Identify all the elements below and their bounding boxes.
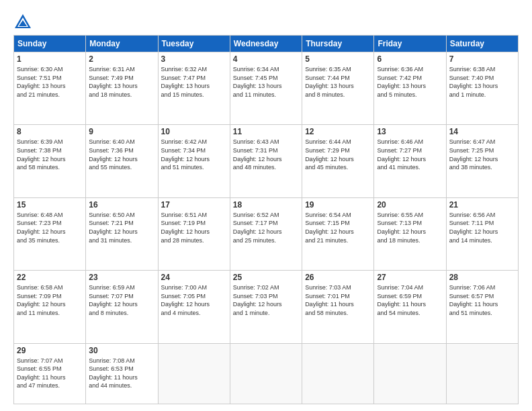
day-info: Sunrise: 7:06 AM Sunset: 6:57 PM Dayligh… bbox=[449, 283, 515, 317]
calendar-cell: 16Sunrise: 6:50 AM Sunset: 7:21 PM Dayli… bbox=[86, 197, 158, 270]
calendar-cell: 5Sunrise: 6:35 AM Sunset: 7:44 PM Daylig… bbox=[302, 52, 374, 125]
calendar-cell: 11Sunrise: 6:43 AM Sunset: 7:31 PM Dayli… bbox=[230, 125, 302, 197]
day-info: Sunrise: 6:43 AM Sunset: 7:31 PM Dayligh… bbox=[233, 138, 299, 171]
calendar-cell bbox=[302, 343, 374, 404]
calendar-body: 1Sunrise: 6:30 AM Sunset: 7:51 PM Daylig… bbox=[14, 52, 519, 404]
calendar-cell: 27Sunrise: 7:04 AM Sunset: 6:59 PM Dayli… bbox=[374, 271, 446, 343]
day-number: 23 bbox=[89, 273, 154, 282]
day-number: 5 bbox=[305, 54, 371, 64]
day-number: 19 bbox=[305, 200, 371, 210]
calendar-cell: 12Sunrise: 6:44 AM Sunset: 7:29 PM Dayli… bbox=[302, 125, 374, 197]
day-info: Sunrise: 6:52 AM Sunset: 7:17 PM Dayligh… bbox=[233, 211, 299, 244]
day-info: Sunrise: 6:35 AM Sunset: 7:44 PM Dayligh… bbox=[305, 65, 371, 99]
calendar-cell: 22Sunrise: 6:58 AM Sunset: 7:09 PM Dayli… bbox=[14, 271, 86, 343]
day-info: Sunrise: 7:08 AM Sunset: 6:53 PM Dayligh… bbox=[89, 357, 154, 390]
day-info: Sunrise: 7:04 AM Sunset: 6:59 PM Dayligh… bbox=[377, 283, 443, 317]
calendar-week-row: 8Sunrise: 6:39 AM Sunset: 7:38 PM Daylig… bbox=[14, 125, 519, 197]
calendar-cell: 18Sunrise: 6:52 AM Sunset: 7:17 PM Dayli… bbox=[230, 197, 302, 270]
calendar-cell bbox=[374, 343, 446, 404]
day-info: Sunrise: 6:55 AM Sunset: 7:13 PM Dayligh… bbox=[377, 211, 443, 244]
day-info: Sunrise: 6:51 AM Sunset: 7:19 PM Dayligh… bbox=[161, 211, 227, 244]
day-info: Sunrise: 6:30 AM Sunset: 7:51 PM Dayligh… bbox=[17, 65, 83, 99]
day-info: Sunrise: 6:59 AM Sunset: 7:07 PM Dayligh… bbox=[89, 283, 154, 317]
day-info: Sunrise: 6:39 AM Sunset: 7:38 PM Dayligh… bbox=[17, 138, 83, 171]
day-number: 1 bbox=[17, 54, 83, 64]
day-number: 14 bbox=[449, 127, 515, 136]
weekday-header: Wednesday bbox=[230, 36, 302, 52]
day-number: 6 bbox=[377, 54, 443, 64]
day-number: 26 bbox=[305, 273, 371, 282]
logo-icon bbox=[13, 12, 32, 31]
day-info: Sunrise: 7:00 AM Sunset: 7:05 PM Dayligh… bbox=[161, 283, 227, 317]
day-number: 12 bbox=[305, 127, 371, 136]
calendar-cell: 29Sunrise: 7:07 AM Sunset: 6:55 PM Dayli… bbox=[14, 343, 86, 404]
weekday-header: Sunday bbox=[14, 36, 86, 52]
header bbox=[13, 12, 519, 31]
calendar-cell: 20Sunrise: 6:55 AM Sunset: 7:13 PM Dayli… bbox=[374, 197, 446, 270]
calendar-cell: 4Sunrise: 6:34 AM Sunset: 7:45 PM Daylig… bbox=[230, 52, 302, 125]
day-number: 2 bbox=[89, 54, 154, 64]
page: SundayMondayTuesdayWednesdayThursdayFrid… bbox=[0, 0, 532, 411]
calendar-cell: 25Sunrise: 7:02 AM Sunset: 7:03 PM Dayli… bbox=[230, 271, 302, 343]
day-info: Sunrise: 6:47 AM Sunset: 7:25 PM Dayligh… bbox=[449, 138, 515, 171]
calendar-cell: 15Sunrise: 6:48 AM Sunset: 7:23 PM Dayli… bbox=[14, 197, 86, 270]
calendar-cell: 23Sunrise: 6:59 AM Sunset: 7:07 PM Dayli… bbox=[86, 271, 158, 343]
calendar-cell: 21Sunrise: 6:56 AM Sunset: 7:11 PM Dayli… bbox=[446, 197, 518, 270]
calendar-week-row: 29Sunrise: 7:07 AM Sunset: 6:55 PM Dayli… bbox=[14, 343, 519, 404]
day-number: 7 bbox=[449, 54, 515, 64]
logo bbox=[13, 12, 35, 31]
day-number: 13 bbox=[377, 127, 443, 136]
calendar-cell: 9Sunrise: 6:40 AM Sunset: 7:36 PM Daylig… bbox=[86, 125, 158, 197]
day-number: 27 bbox=[377, 273, 443, 282]
day-info: Sunrise: 6:32 AM Sunset: 7:47 PM Dayligh… bbox=[161, 65, 227, 99]
day-number: 28 bbox=[449, 273, 515, 282]
day-info: Sunrise: 6:40 AM Sunset: 7:36 PM Dayligh… bbox=[89, 138, 154, 171]
calendar-cell: 26Sunrise: 7:03 AM Sunset: 7:01 PM Dayli… bbox=[302, 271, 374, 343]
day-info: Sunrise: 6:34 AM Sunset: 7:45 PM Dayligh… bbox=[233, 65, 299, 99]
day-number: 11 bbox=[233, 127, 299, 136]
day-number: 9 bbox=[89, 127, 154, 136]
calendar-cell: 8Sunrise: 6:39 AM Sunset: 7:38 PM Daylig… bbox=[14, 125, 86, 197]
day-number: 15 bbox=[17, 200, 83, 210]
calendar-cell: 14Sunrise: 6:47 AM Sunset: 7:25 PM Dayli… bbox=[446, 125, 518, 197]
day-info: Sunrise: 6:38 AM Sunset: 7:40 PM Dayligh… bbox=[449, 65, 515, 99]
calendar-cell: 28Sunrise: 7:06 AM Sunset: 6:57 PM Dayli… bbox=[446, 271, 518, 343]
day-number: 3 bbox=[161, 54, 227, 64]
weekday-row: SundayMondayTuesdayWednesdayThursdayFrid… bbox=[14, 36, 519, 52]
calendar-cell: 13Sunrise: 6:46 AM Sunset: 7:27 PM Dayli… bbox=[374, 125, 446, 197]
weekday-header: Tuesday bbox=[158, 36, 230, 52]
day-number: 18 bbox=[233, 200, 299, 210]
calendar-week-row: 22Sunrise: 6:58 AM Sunset: 7:09 PM Dayli… bbox=[14, 271, 519, 343]
day-info: Sunrise: 6:44 AM Sunset: 7:29 PM Dayligh… bbox=[305, 138, 371, 171]
day-info: Sunrise: 6:54 AM Sunset: 7:15 PM Dayligh… bbox=[305, 211, 371, 244]
calendar-cell: 30Sunrise: 7:08 AM Sunset: 6:53 PM Dayli… bbox=[86, 343, 158, 404]
calendar-cell: 19Sunrise: 6:54 AM Sunset: 7:15 PM Dayli… bbox=[302, 197, 374, 270]
calendar-cell: 17Sunrise: 6:51 AM Sunset: 7:19 PM Dayli… bbox=[158, 197, 230, 270]
calendar-cell bbox=[446, 343, 518, 404]
calendar-week-row: 1Sunrise: 6:30 AM Sunset: 7:51 PM Daylig… bbox=[14, 52, 519, 125]
day-number: 29 bbox=[17, 346, 83, 355]
day-number: 4 bbox=[233, 54, 299, 64]
day-info: Sunrise: 7:03 AM Sunset: 7:01 PM Dayligh… bbox=[305, 283, 371, 317]
day-info: Sunrise: 6:46 AM Sunset: 7:27 PM Dayligh… bbox=[377, 138, 443, 171]
weekday-header: Saturday bbox=[446, 36, 518, 52]
day-info: Sunrise: 6:48 AM Sunset: 7:23 PM Dayligh… bbox=[17, 211, 83, 244]
calendar-cell: 2Sunrise: 6:31 AM Sunset: 7:49 PM Daylig… bbox=[86, 52, 158, 125]
day-info: Sunrise: 7:02 AM Sunset: 7:03 PM Dayligh… bbox=[233, 283, 299, 317]
calendar-cell bbox=[230, 343, 302, 404]
day-number: 21 bbox=[449, 200, 515, 210]
day-number: 24 bbox=[161, 273, 227, 282]
day-number: 17 bbox=[161, 200, 227, 210]
calendar-cell: 7Sunrise: 6:38 AM Sunset: 7:40 PM Daylig… bbox=[446, 52, 518, 125]
calendar-cell: 6Sunrise: 6:36 AM Sunset: 7:42 PM Daylig… bbox=[374, 52, 446, 125]
calendar-cell: 24Sunrise: 7:00 AM Sunset: 7:05 PM Dayli… bbox=[158, 271, 230, 343]
day-info: Sunrise: 6:31 AM Sunset: 7:49 PM Dayligh… bbox=[89, 65, 154, 99]
day-info: Sunrise: 7:07 AM Sunset: 6:55 PM Dayligh… bbox=[17, 357, 83, 390]
calendar-cell: 10Sunrise: 6:42 AM Sunset: 7:34 PM Dayli… bbox=[158, 125, 230, 197]
weekday-header: Monday bbox=[86, 36, 158, 52]
calendar-week-row: 15Sunrise: 6:48 AM Sunset: 7:23 PM Dayli… bbox=[14, 197, 519, 270]
day-number: 8 bbox=[17, 127, 83, 136]
day-info: Sunrise: 6:36 AM Sunset: 7:42 PM Dayligh… bbox=[377, 65, 443, 99]
day-info: Sunrise: 6:42 AM Sunset: 7:34 PM Dayligh… bbox=[161, 138, 227, 171]
weekday-header: Thursday bbox=[302, 36, 374, 52]
